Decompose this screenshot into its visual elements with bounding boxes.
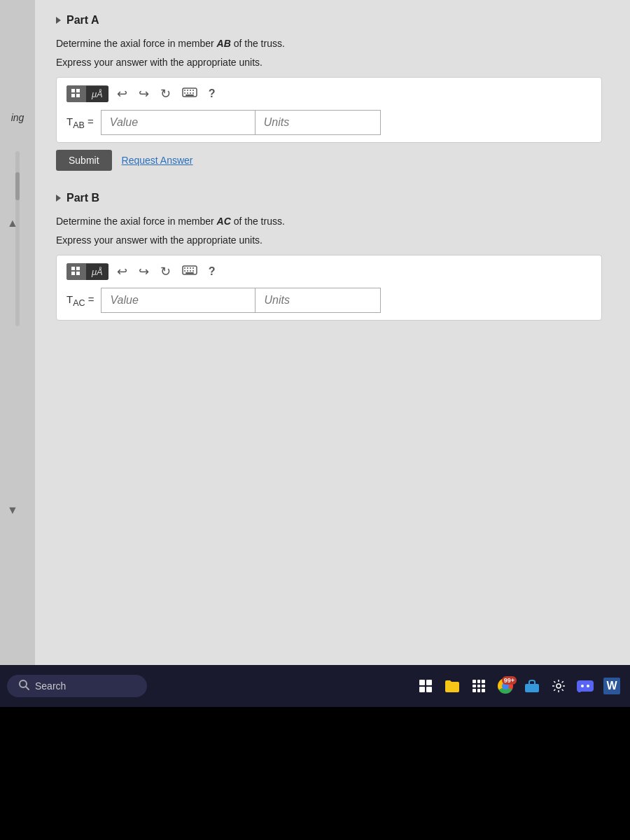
taskbar-word-icon[interactable]: W bbox=[601, 675, 623, 697]
part-a-desc1: Determine the axial force in member AB o… bbox=[56, 36, 602, 51]
part-b-units-input[interactable] bbox=[255, 288, 381, 313]
svg-rect-34 bbox=[525, 684, 539, 692]
part-b-keyboard-btn[interactable] bbox=[179, 264, 200, 279]
taskbar-folder-icon[interactable] bbox=[441, 675, 463, 697]
taskbar-chrome-icon[interactable]: 99+ bbox=[494, 675, 517, 697]
part-b-symbol-btn[interactable]: μÅ bbox=[86, 264, 108, 280]
part-b-desc1: Determine the axial force in member AC o… bbox=[56, 214, 602, 229]
svg-line-29 bbox=[26, 687, 29, 690]
part-a-keyboard-btn[interactable] bbox=[179, 86, 200, 102]
taskbar-briefcase-icon[interactable] bbox=[521, 675, 543, 697]
taskbar-files-icon[interactable] bbox=[414, 675, 437, 697]
notification-badge: 99+ bbox=[502, 676, 517, 685]
part-a-title: Part A bbox=[66, 14, 99, 27]
part-a-matrix-btn[interactable] bbox=[66, 85, 86, 102]
svg-rect-17 bbox=[76, 272, 80, 275]
part-b-toolbar: μÅ ↩ ↪ ↻ bbox=[66, 262, 592, 281]
taskbar: Search bbox=[0, 665, 630, 707]
part-a-desc2: Express your answer with the appropriate… bbox=[56, 55, 602, 70]
black-area bbox=[0, 707, 630, 840]
part-a-units-input[interactable] bbox=[255, 110, 381, 135]
taskbar-settings-icon[interactable] bbox=[547, 675, 570, 697]
taskbar-icons: 99+ W bbox=[414, 675, 623, 697]
part-b-answer-box: μÅ ↩ ↪ ↻ bbox=[56, 255, 602, 321]
svg-rect-14 bbox=[71, 267, 75, 270]
part-b-section: Part B Determine the axial force in memb… bbox=[56, 192, 602, 321]
part-b-undo-btn[interactable]: ↩ bbox=[114, 262, 130, 281]
nav-down-arrow[interactable]: ▼ bbox=[7, 504, 18, 516]
part-b-reset-btn[interactable]: ↻ bbox=[158, 262, 174, 281]
nav-up-arrow[interactable]: ▲ bbox=[7, 217, 18, 230]
part-a-section: Part A Determine the axial force in memb… bbox=[56, 14, 602, 171]
svg-point-36 bbox=[581, 685, 584, 687]
part-a-reset-btn[interactable]: ↻ bbox=[158, 85, 174, 103]
svg-rect-32 bbox=[419, 687, 425, 692]
part-b-input-row: TAC = bbox=[66, 288, 592, 313]
part-a-help-btn[interactable]: ? bbox=[206, 86, 218, 102]
part-b-help-btn[interactable]: ? bbox=[206, 264, 218, 279]
part-a-actions: Submit Request Answer bbox=[56, 150, 602, 171]
sidebar-label: ing bbox=[11, 112, 24, 123]
svg-rect-30 bbox=[419, 680, 425, 685]
part-a-undo-btn[interactable]: ↩ bbox=[114, 85, 130, 103]
part-a-value-input[interactable] bbox=[101, 110, 255, 135]
svg-rect-33 bbox=[426, 687, 432, 692]
part-a-input-row: TAB = bbox=[66, 110, 592, 135]
part-a-equation-label: TAB = bbox=[66, 115, 94, 130]
svg-rect-0 bbox=[71, 89, 75, 92]
part-b-desc2: Express your answer with the appropriate… bbox=[56, 233, 602, 248]
svg-point-37 bbox=[587, 685, 589, 687]
part-b-collapse-icon[interactable] bbox=[56, 195, 61, 202]
taskbar-discord-icon[interactable] bbox=[574, 675, 596, 697]
part-a-request-btn[interactable]: Request Answer bbox=[122, 155, 193, 166]
part-a-symbol-btn[interactable]: μÅ bbox=[86, 86, 108, 102]
part-a-submit-btn[interactable]: Submit bbox=[56, 150, 112, 171]
svg-rect-15 bbox=[76, 267, 80, 270]
svg-rect-2 bbox=[71, 94, 75, 97]
part-b-equation-label: TAC = bbox=[66, 293, 94, 308]
part-b-matrix-btn[interactable] bbox=[66, 263, 86, 280]
svg-rect-16 bbox=[71, 272, 75, 275]
part-a-redo-btn[interactable]: ↪ bbox=[136, 85, 152, 103]
part-b-redo-btn[interactable]: ↪ bbox=[136, 262, 152, 281]
svg-rect-3 bbox=[76, 94, 80, 97]
taskbar-apps-icon[interactable] bbox=[468, 675, 490, 697]
svg-point-35 bbox=[556, 684, 561, 688]
search-label: Search bbox=[35, 680, 66, 692]
part-a-toolbar: μÅ ↩ ↪ ↻ bbox=[66, 85, 592, 103]
svg-rect-31 bbox=[426, 680, 432, 685]
search-bar[interactable]: Search bbox=[7, 675, 147, 697]
search-icon bbox=[18, 679, 29, 693]
part-a-collapse-icon[interactable] bbox=[56, 17, 61, 24]
part-b-title: Part B bbox=[66, 192, 99, 204]
svg-rect-1 bbox=[76, 89, 80, 92]
part-b-value-input[interactable] bbox=[101, 288, 255, 313]
part-a-answer-box: μÅ ↩ ↪ ↻ bbox=[56, 77, 602, 143]
